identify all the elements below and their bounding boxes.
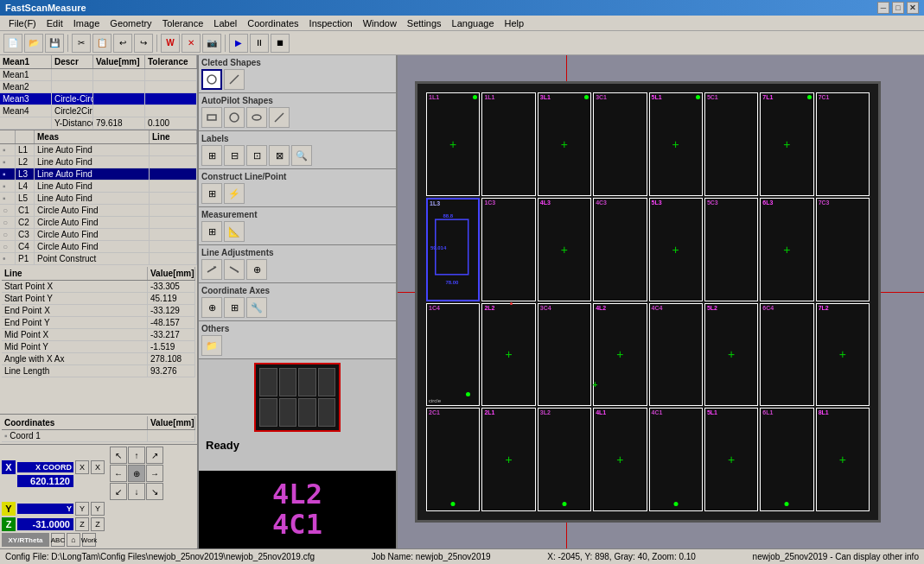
tool-line-shape[interactable] xyxy=(224,69,245,90)
x-btn-1[interactable]: X xyxy=(75,460,89,474)
pcb-cell-1l1b: 1L1 xyxy=(481,92,535,196)
tool-label-3[interactable]: ⊡ xyxy=(246,145,267,166)
lv-value: -48.157 xyxy=(148,317,195,328)
meas-row-5[interactable]: Y-Distance 79.618 0.100 xyxy=(0,117,197,130)
z-label: Z xyxy=(2,517,16,531)
tool-other-1[interactable]: 📁 xyxy=(201,335,222,356)
menu-inspection[interactable]: Inspection xyxy=(304,16,358,30)
menu-tolerance[interactable]: Tolerance xyxy=(157,16,209,30)
menu-image[interactable]: Image xyxy=(68,16,105,30)
toolbar-camera[interactable]: 📷 xyxy=(202,34,221,53)
y-btn-2[interactable]: Y xyxy=(91,502,105,516)
nav-up[interactable]: ↑ xyxy=(128,447,145,464)
tool-auto-rect[interactable] xyxy=(201,107,222,128)
tool-auto-circle[interactable] xyxy=(224,107,245,128)
tool-meas-2[interactable]: 📐 xyxy=(224,221,245,242)
nav-down-left[interactable]: ↙ xyxy=(110,483,127,500)
svg-text:59.014: 59.014 xyxy=(430,245,447,250)
meas-row-4[interactable]: Mean4 Circle2Circle3 xyxy=(0,105,197,117)
tool-circle-shape[interactable] xyxy=(201,69,222,90)
meas-row-1[interactable]: Mean1 xyxy=(0,69,197,81)
toolbar-w[interactable]: W xyxy=(161,34,180,53)
z-btn-1[interactable]: Z xyxy=(75,517,89,531)
tool-label-1[interactable]: ⊞ xyxy=(201,145,222,166)
lower-row-c4[interactable]: ○ C4 Circle Auto Find xyxy=(0,241,197,253)
toolbar-stop[interactable]: ⏹ xyxy=(271,34,290,53)
work-btn[interactable]: Work xyxy=(82,533,96,547)
tool-coord-1[interactable]: ⊕ xyxy=(201,297,222,318)
tool-coord-2[interactable]: ⊞ xyxy=(224,297,245,318)
toolbar-redo[interactable]: ↪ xyxy=(134,34,153,53)
lower-row-l4[interactable]: ▪ L4 Line Auto Find xyxy=(0,181,197,193)
thumbnail-area xyxy=(199,359,396,435)
pcb-main-view[interactable]: 1L1 + 1L1 3L1 + 3C1 5L1 + xyxy=(415,81,881,523)
lv-label: Mid Point Y xyxy=(2,341,148,352)
tool-auto-ellipse[interactable] xyxy=(246,107,267,128)
nav-down[interactable]: ↓ xyxy=(128,483,145,500)
lower-row-l5[interactable]: ▪ L5 Line Auto Find xyxy=(0,193,197,205)
lower-row-p1[interactable]: • P1 Point Construct xyxy=(0,253,197,265)
toolbar-undo[interactable]: ↩ xyxy=(113,34,132,53)
nav-center[interactable]: ⊕ xyxy=(128,465,145,482)
menu-window[interactable]: Window xyxy=(358,16,402,30)
close-button[interactable]: ✕ xyxy=(907,2,919,14)
menu-label[interactable]: Label xyxy=(208,16,242,30)
z-btn-2[interactable]: Z xyxy=(91,517,105,531)
nav-right[interactable]: → xyxy=(146,465,163,482)
lower-row-l2[interactable]: ▪ L2 Line Auto Find xyxy=(0,156,197,168)
toolbar-copy[interactable]: 📋 xyxy=(92,34,112,53)
nav-down-right[interactable]: ↘ xyxy=(146,483,163,500)
menu-coordinates[interactable]: Coordinates xyxy=(242,16,303,30)
minimize-button[interactable]: ─ xyxy=(877,2,889,14)
tool-label-4[interactable]: ⊠ xyxy=(269,145,290,166)
construct-lp-label: Construct Line/Point xyxy=(201,172,393,181)
tool-lineadj-2[interactable] xyxy=(224,259,245,280)
menu-geometry[interactable]: Geometry xyxy=(105,16,156,30)
cell-dot xyxy=(584,95,589,99)
menu-file[interactable]: File(F) xyxy=(3,16,41,30)
tool-coord-3[interactable]: 🔧 xyxy=(246,297,267,318)
tool-meas-1[interactable]: ⊞ xyxy=(201,221,222,242)
svg-text:78.00: 78.00 xyxy=(445,280,459,285)
menu-help[interactable]: Help xyxy=(500,16,530,30)
meas-row-3[interactable]: Mean3 Circle-Circle Dist xyxy=(0,93,197,105)
toolbar-cut[interactable]: ✂ xyxy=(72,34,91,53)
tool-label-2[interactable]: ⊟ xyxy=(224,145,245,166)
nav-left[interactable]: ← xyxy=(110,465,127,482)
svg-text:88.8: 88.8 xyxy=(443,213,454,219)
menu-language[interactable]: Language xyxy=(447,16,500,30)
menu-edit[interactable]: Edit xyxy=(41,16,68,30)
toolbar-play[interactable]: ▶ xyxy=(229,34,248,53)
nav-up-right[interactable]: ↗ xyxy=(146,447,163,464)
tool-lineadj-1[interactable] xyxy=(201,259,222,280)
tool-construct-1[interactable]: ⊞ xyxy=(201,183,222,204)
lower-row-l1[interactable]: ▪ L1 Line Auto Find xyxy=(0,144,197,156)
toolbar-open[interactable]: 📂 xyxy=(24,34,43,53)
nav-up-left[interactable]: ↖ xyxy=(110,447,127,464)
lower-row-c2[interactable]: ○ C2 Circle Auto Find xyxy=(0,217,197,229)
lower-row-c1[interactable]: ○ C1 Circle Auto Find xyxy=(0,205,197,217)
tool-auto-line[interactable] xyxy=(269,107,290,128)
line-adj-label: Line Adjustments xyxy=(201,248,393,257)
window-controls: ─ □ ✕ xyxy=(877,2,919,14)
home-btn[interactable]: ⌂ xyxy=(67,533,80,547)
x-btn-2[interactable]: X xyxy=(91,460,105,474)
tool-label-zoom[interactable]: 🔍 xyxy=(291,145,312,166)
toolbar-pause[interactable]: ⏸ xyxy=(250,34,269,53)
coord-display: X X COORD X X 620.1120 ↖ ↑ ↗ xyxy=(0,444,197,548)
cleted-shapes-section: Cleted Shapes xyxy=(199,55,396,93)
toolbar-new[interactable]: 📄 xyxy=(3,34,22,53)
tool-construct-2[interactable]: ⚡ xyxy=(224,183,245,204)
x-label: X xyxy=(2,460,16,474)
y-btn-1[interactable]: Y xyxy=(75,502,89,516)
toolbar-x[interactable]: ✕ xyxy=(182,34,201,53)
lower-row-c3[interactable]: ○ C3 Circle Auto Find xyxy=(0,229,197,241)
tool-lineadj-3[interactable]: ⊕ xyxy=(246,259,267,280)
menu-settings[interactable]: Settings xyxy=(402,16,447,30)
lower-row-l3[interactable]: ▪ L3 Line Auto Find xyxy=(0,168,197,181)
toolbar-save[interactable]: 💾 xyxy=(45,34,64,53)
meas-row-2[interactable]: Mean2 xyxy=(0,81,197,93)
abc-btn[interactable]: ABC xyxy=(51,533,65,547)
maximize-button[interactable]: □ xyxy=(892,2,904,14)
coord-row-1[interactable]: ▪ Coord 1 xyxy=(2,430,195,442)
